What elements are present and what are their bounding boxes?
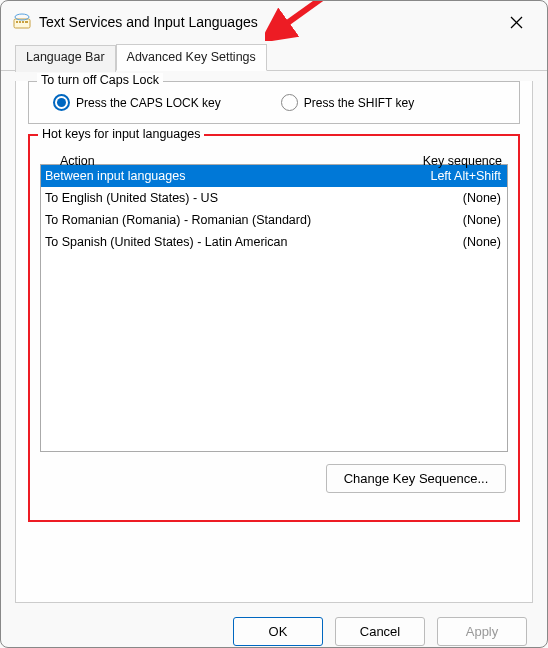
list-item[interactable]: To Spanish (United States) - Latin Ameri…: [41, 231, 507, 253]
radio-label: Press the SHIFT key: [304, 96, 414, 110]
header-sequence: Key sequence: [392, 154, 502, 168]
list-item[interactable]: To Romanian (Romania) - Romanian (Standa…: [41, 209, 507, 231]
radio-press-capslock[interactable]: Press the CAPS LOCK key: [53, 94, 221, 111]
list-sequence: (None): [391, 189, 501, 207]
radio-label: Press the CAPS LOCK key: [76, 96, 221, 110]
list-item[interactable]: To English (United States) - US (None): [41, 187, 507, 209]
svg-rect-3: [22, 21, 24, 23]
tab-strip: Language Bar Advanced Key Settings: [1, 43, 547, 71]
list-sequence: (None): [391, 233, 501, 251]
annotation-arrow: [265, 0, 335, 41]
hotkeys-legend: Hot keys for input languages: [38, 127, 204, 141]
change-key-sequence-button[interactable]: Change Key Sequence...: [326, 464, 506, 493]
radio-dot-icon: [281, 94, 298, 111]
radio-press-shift[interactable]: Press the SHIFT key: [281, 94, 414, 111]
svg-rect-4: [25, 21, 28, 23]
apply-button[interactable]: Apply: [437, 617, 527, 646]
svg-line-9: [279, 0, 325, 29]
list-action: To Spanish (United States) - Latin Ameri…: [43, 233, 391, 251]
hotkeys-header: Action Key sequence: [40, 152, 508, 172]
radio-dot-icon: [53, 94, 70, 111]
svg-rect-1: [16, 21, 18, 23]
tab-panel: To turn off Caps Lock Press the CAPS LOC…: [15, 81, 533, 603]
list-sequence: (None): [391, 211, 501, 229]
tab-advanced-key-settings[interactable]: Advanced Key Settings: [116, 44, 267, 71]
header-action: Action: [50, 154, 392, 168]
dialog-footer: OK Cancel Apply: [1, 603, 547, 646]
tab-language-bar[interactable]: Language Bar: [15, 45, 116, 72]
close-button[interactable]: [495, 7, 537, 37]
app-icon: [13, 13, 31, 31]
hotkeys-group: Hot keys for input languages Action Key …: [28, 134, 520, 522]
list-action: To Romanian (Romania) - Romanian (Standa…: [43, 211, 391, 229]
cancel-button[interactable]: Cancel: [335, 617, 425, 646]
ok-button[interactable]: OK: [233, 617, 323, 646]
list-action: To English (United States) - US: [43, 189, 391, 207]
capslock-group: To turn off Caps Lock Press the CAPS LOC…: [28, 81, 520, 124]
svg-rect-2: [19, 21, 21, 23]
capslock-legend: To turn off Caps Lock: [37, 73, 163, 87]
hotkeys-listbox[interactable]: Between input languages Left Alt+Shift T…: [40, 164, 508, 452]
